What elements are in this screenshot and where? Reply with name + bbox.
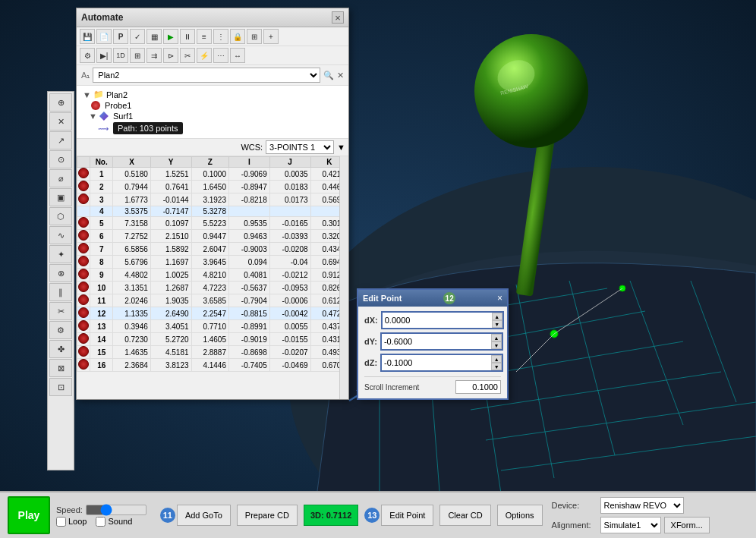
tb-scissors[interactable]: ✂ [180,48,195,63]
side-btn-3[interactable]: ↗ [49,131,72,149]
xform-button[interactable]: XForm... [664,517,710,533]
table-row[interactable]: 20.79440.76411.6450-0.89470.01830.4464 [77,181,348,193]
tb-play2[interactable]: ▶| [96,48,112,63]
table-row[interactable]: 151.46354.51812.8887-0.8698-0.02070.4930 [77,346,348,359]
dy-input[interactable] [382,334,491,349]
table-row[interactable]: 31.6773-0.01443.1923-0.82180.01730.5695 [77,193,348,206]
side-btn-12[interactable]: ✂ [49,302,72,320]
tb-save[interactable]: 💾 [80,29,95,44]
tb-lock[interactable]: 🔒 [230,29,245,44]
edit-point-button[interactable]: Edit Point [381,505,433,526]
cell-y: -0.0144 [150,193,191,206]
prepare-cd-button[interactable]: Prepare CD [237,505,298,526]
table-row[interactable]: 67.27522.15100.94470.9463-0.03930.3208 [77,230,348,243]
tb-probe[interactable]: P [113,29,128,44]
side-btn-10[interactable]: ⊗ [49,264,72,282]
cell-z: 3.1923 [191,193,228,206]
table-row[interactable]: 130.39463.40510.7710-0.89910.00550.4377 [77,320,348,333]
surf-icon [99,112,109,121]
cell-i: -0.9069 [228,168,269,181]
tb-dots[interactable]: ⋯ [213,48,228,63]
tb-new[interactable]: 📄 [96,29,112,44]
dialog-close-button[interactable]: × [497,293,502,304]
options-button[interactable]: Options [497,505,543,526]
cell-no: 9 [90,269,113,282]
add-goto-button[interactable]: Add GoTo [177,505,231,526]
device-dropdown[interactable]: Renishaw REVO [600,497,684,514]
tb-filter[interactable]: ⋮ [213,29,228,44]
side-btn-7[interactable]: ⬡ [49,207,72,225]
table-row[interactable]: 162.36843.81234.1446-0.7405-0.04690.6704 [77,359,348,372]
tb-lines[interactable]: ≡ [197,29,212,44]
dy-spin-up[interactable]: ▲ [491,334,502,341]
tb-settings[interactable]: ⚙ [80,48,95,63]
plan-dropdown[interactable]: Plan2 [93,68,320,83]
tb-align[interactable]: ⊳ [163,48,178,63]
search-icon[interactable]: 🔍 [323,71,334,80]
table-row[interactable]: 103.13511.26874.7223-0.5637-0.09530.8260 [77,282,348,294]
loop-checkbox[interactable] [56,517,66,527]
table-scrollbar[interactable] [339,156,348,399]
table-row[interactable]: 85.67961.16973.96450.094-0.040.6943 [77,256,348,269]
cell-i: -0.7904 [228,294,269,307]
cell-no: 4 [90,206,113,217]
tb-copy[interactable]: ⊞ [247,29,262,44]
speed-slider[interactable] [86,505,146,515]
tree-plan2[interactable]: ▼ 📁 Plan2 [83,89,342,100]
tree-surf1[interactable]: ▼ Surf1 [89,111,342,121]
scroll-increment-input[interactable] [455,380,501,394]
tb-run[interactable]: ▶ [163,29,178,44]
tb-plus[interactable]: + [263,29,279,44]
table-row[interactable]: 10.51801.52510.1000-0.90690.00350.4213 [77,168,348,181]
side-btn-2[interactable]: ✕ [49,112,72,131]
dx-spin-down[interactable]: ▼ [492,320,502,328]
dz-spin-up[interactable]: ▲ [491,355,502,363]
side-btn-8[interactable]: ∿ [49,226,72,244]
clear-cd-button[interactable]: Clear CD [439,505,490,526]
side-btn-16[interactable]: ⊡ [49,378,72,396]
cell-z: 0.7710 [191,320,228,333]
side-btn-9[interactable]: ✦ [49,245,72,263]
tb-move[interactable]: ↔ [230,48,245,63]
panel-close-button[interactable]: × [332,11,344,24]
dy-label: dY: [364,337,377,346]
tb-arrows[interactable]: ⇉ [146,48,162,63]
cell-j: -0.0208 [269,243,310,256]
tree-probe1[interactable]: Probe1 [89,100,342,111]
clear-icon[interactable]: ✕ [337,71,344,80]
table-row[interactable]: 57.31580.10975.52230.9535-0.01650.3010 [77,217,348,230]
sound-checkbox[interactable] [96,517,106,527]
side-btn-1[interactable]: ⊕ [49,93,72,112]
side-btn-11[interactable]: ∥ [49,283,72,301]
table-row[interactable]: 76.58561.58922.6047-0.9003-0.02080.4348 [77,243,348,256]
table-row[interactable]: 121.13352.64902.2547-0.8815-0.00420.4722 [77,307,348,320]
table-row[interactable]: 43.5375-0.71475.3278 [77,206,348,217]
panel-title: Automate [81,12,123,23]
side-btn-6[interactable]: ▣ [49,188,72,206]
tb-1d[interactable]: 1D [113,48,128,63]
tb-wand[interactable]: ⚡ [197,48,212,63]
tb-pause[interactable]: ⏸ [180,29,195,44]
alignment-dropdown[interactable]: Simulate1 [600,517,661,533]
play-button[interactable]: Play [8,496,50,534]
side-btn-14[interactable]: ✤ [49,340,72,358]
wcs-dropdown[interactable]: 3-POINTS 1 [266,140,334,154]
table-row[interactable]: 94.48021.00254.82100.4081-0.02120.9127 [77,269,348,282]
tb-grid[interactable]: ▦ [146,29,162,44]
dz-spin-down[interactable]: ▼ [491,363,502,370]
col-no: No. [90,157,113,168]
tb-check[interactable]: ✓ [130,29,145,44]
table-row[interactable]: 140.72305.27201.4605-0.9019-0.01550.4316 [77,333,348,346]
tree-path[interactable]: ⟿ Path: 103 points [98,121,342,135]
dx-spin-up[interactable]: ▲ [492,313,502,320]
side-btn-15[interactable]: ⊠ [49,359,72,377]
dy-spin-down[interactable]: ▼ [491,341,502,349]
table-row[interactable]: 112.02461.90353.6585-0.7904-0.00060.6125 [77,294,348,307]
side-btn-13[interactable]: ⚙ [49,321,72,339]
dz-input[interactable] [382,355,491,370]
side-btn-4[interactable]: ⊙ [49,150,72,168]
dx-input[interactable] [383,313,492,328]
edit-point-dialog: Edit Point 12 × dX: ▲ ▼ dY: ▲ ▼ [357,288,509,400]
tb-table[interactable]: ⊞ [130,48,145,63]
side-btn-5[interactable]: ⌀ [49,169,72,187]
